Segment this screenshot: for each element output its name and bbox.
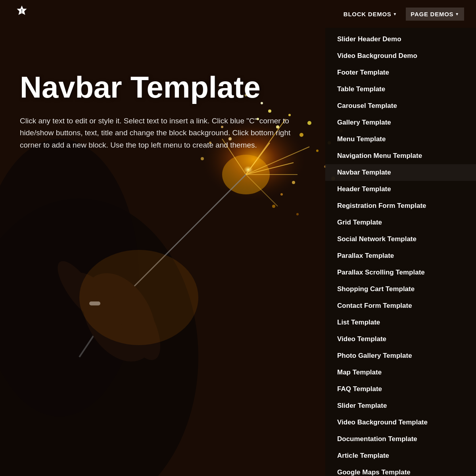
dropdown-item-social-network-template[interactable]: Social Network Template: [325, 231, 476, 248]
dropdown-item-slider-template[interactable]: Slider Template: [325, 397, 476, 414]
dropdown-item-header-template[interactable]: Header Template: [325, 181, 476, 198]
navbar: ! BLOCK DEMOS ▼ PAGE DEMOS ▼: [0, 0, 476, 28]
dropdown-item-map-template[interactable]: Map Template: [325, 364, 476, 381]
dropdown-item-parallax-scrolling-template[interactable]: Parallax Scrolling Template: [325, 264, 476, 281]
hero-content: Navbar Template Click any text to edit o…: [20, 71, 305, 151]
dropdown-item-shopping-cart-template[interactable]: Shopping Cart Template: [325, 281, 476, 298]
dropdown-item-navigation-menu-template[interactable]: Navigation Menu Template: [325, 148, 476, 164]
dropdown-item-parallax-template[interactable]: Parallax Template: [325, 248, 476, 264]
block-demos-label: BLOCK DEMOS: [344, 11, 392, 17]
dropdown-item-video-background-template[interactable]: Video Background Template: [325, 414, 476, 431]
dropdown-item-contact-form-template[interactable]: Contact Form Template: [325, 298, 476, 314]
dropdown-item-slider-header-demo[interactable]: Slider Header Demo: [325, 31, 476, 48]
dropdown-item-video-template[interactable]: Video Template: [325, 331, 476, 347]
block-demos-menu[interactable]: BLOCK DEMOS ▼: [339, 8, 402, 21]
navbar-logo[interactable]: !: [12, 4, 32, 24]
svg-text:!: !: [21, 8, 23, 14]
page-demos-dropdown: Slider Header DemoVideo Background DemoF…: [325, 28, 476, 476]
dropdown-item-article-template[interactable]: Article Template: [325, 447, 476, 464]
dropdown-item-gallery-template[interactable]: Gallery Template: [325, 114, 476, 131]
dropdown-item-grid-template[interactable]: Grid Template: [325, 214, 476, 231]
dropdown-item-faq-template[interactable]: FAQ Template: [325, 381, 476, 397]
dropdown-item-menu-template[interactable]: Menu Template: [325, 131, 476, 148]
dropdown-item-google-maps-template[interactable]: Google Maps Template: [325, 464, 476, 476]
dropdown-item-photo-gallery-template[interactable]: Photo Gallery Template: [325, 347, 476, 364]
dropdown-item-registration-form-template[interactable]: Registration Form Template: [325, 198, 476, 214]
dropdown-item-list-template[interactable]: List Template: [325, 314, 476, 331]
page-demos-menu[interactable]: PAGE DEMOS ▼: [406, 8, 464, 21]
dropdown-item-table-template[interactable]: Table Template: [325, 81, 476, 98]
page-demos-label: PAGE DEMOS: [411, 11, 453, 17]
dropdown-item-video-background-demo[interactable]: Video Background Demo: [325, 48, 476, 64]
dropdown-item-navbar-template[interactable]: Navbar Template: [325, 164, 476, 181]
dropdown-item-footer-template[interactable]: Footer Template: [325, 64, 476, 81]
logo-badge-icon: !: [13, 5, 31, 23]
page-demos-chevron-icon: ▼: [455, 12, 459, 16]
hero-subtitle: Click any text to edit or style it. Sele…: [20, 115, 305, 151]
dropdown-item-documentation-template[interactable]: Documentation Template: [325, 431, 476, 447]
block-demos-chevron-icon: ▼: [393, 12, 397, 16]
hero-title: Navbar Template: [20, 71, 305, 103]
dropdown-item-carousel-template[interactable]: Carousel Template: [325, 98, 476, 114]
navbar-navigation: BLOCK DEMOS ▼ PAGE DEMOS ▼: [339, 8, 464, 21]
